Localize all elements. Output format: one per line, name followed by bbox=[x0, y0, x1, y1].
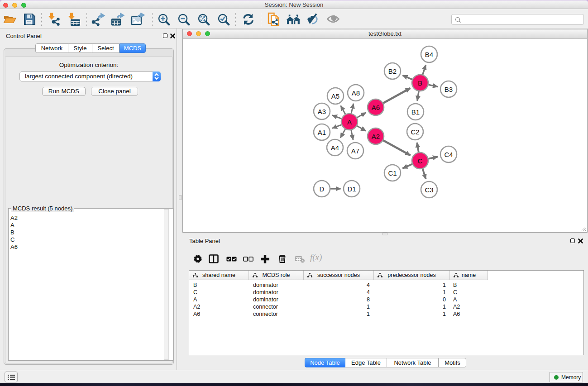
svg-text:C4: C4 bbox=[444, 151, 453, 158]
svg-text:B2: B2 bbox=[388, 67, 397, 75]
svg-text:A: A bbox=[347, 118, 352, 126]
svg-text:A1: A1 bbox=[318, 129, 326, 136]
svg-text:A5: A5 bbox=[331, 92, 339, 100]
svg-text:A2: A2 bbox=[372, 133, 380, 140]
svg-text:D1: D1 bbox=[347, 185, 356, 193]
svg-text:B: B bbox=[418, 79, 422, 87]
svg-text:B4: B4 bbox=[425, 51, 433, 58]
svg-text:A8: A8 bbox=[352, 89, 360, 97]
svg-text:B1: B1 bbox=[411, 108, 420, 116]
svg-text:C1: C1 bbox=[388, 169, 397, 177]
svg-text:B3: B3 bbox=[445, 86, 453, 93]
svg-text:D: D bbox=[320, 185, 325, 193]
svg-text:C3: C3 bbox=[425, 186, 433, 194]
svg-text:C2: C2 bbox=[411, 128, 419, 136]
svg-text:A6: A6 bbox=[372, 104, 380, 111]
svg-text:A4: A4 bbox=[331, 144, 339, 152]
svg-text:A3: A3 bbox=[318, 108, 326, 115]
svg-text:A7: A7 bbox=[351, 147, 359, 155]
svg-text:C: C bbox=[418, 157, 423, 165]
